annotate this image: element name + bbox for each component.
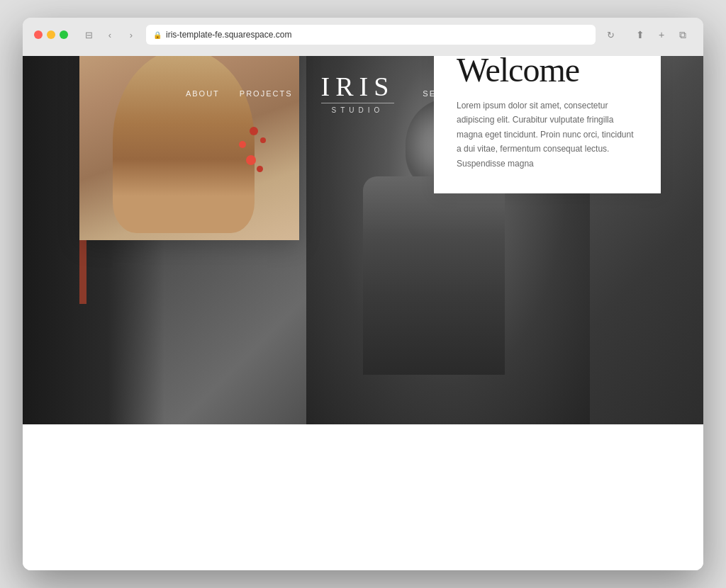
duplicate-button[interactable]: ⧉ xyxy=(674,27,692,43)
nav-contact[interactable]: CONTACT xyxy=(493,89,540,98)
window-toggle-button[interactable]: ⊟ xyxy=(79,27,98,43)
flower-5 xyxy=(257,166,263,172)
forward-button[interactable]: › xyxy=(122,27,140,43)
flower-4 xyxy=(246,155,256,165)
site-logo[interactable]: IRIS STUDIO xyxy=(321,73,395,114)
browser-chrome: ⊟ ‹ › 🔒 iris-template-fe.squarespace.com… xyxy=(23,18,703,56)
nav-projects[interactable]: PROJECTS xyxy=(240,89,293,98)
website-content: ABOUT PROJECTS IRIS STUDIO SERVICES CONT… xyxy=(23,56,703,570)
nav-services[interactable]: SERVICES xyxy=(423,89,473,98)
maximize-button[interactable] xyxy=(60,30,68,39)
nav-left: ABOUT PROJECTS xyxy=(186,89,293,98)
browser-controls: ⊟ ‹ › xyxy=(79,27,140,43)
traffic-lights xyxy=(34,30,68,39)
minimize-button[interactable] xyxy=(47,30,55,39)
logo-title: IRIS xyxy=(321,73,395,100)
browser-toolbar: ⊟ ‹ › 🔒 iris-template-fe.squarespace.com… xyxy=(34,25,692,45)
address-bar[interactable]: 🔒 iris-template-fe.squarespace.com xyxy=(146,25,596,45)
flower-3 xyxy=(260,137,266,143)
new-tab-button[interactable]: + xyxy=(652,27,671,43)
tab-bar xyxy=(34,50,692,56)
close-button[interactable] xyxy=(34,30,43,39)
share-button[interactable]: ⬆ xyxy=(631,27,649,43)
lock-icon: 🔒 xyxy=(153,31,162,39)
bottom-white-section xyxy=(23,429,703,570)
url-text: iris-template-fe.squarespace.com xyxy=(166,30,291,40)
back-button[interactable]: ‹ xyxy=(101,27,119,43)
refresh-button[interactable]: ↻ xyxy=(601,27,620,43)
nav-about[interactable]: ABOUT xyxy=(186,89,220,98)
browser-actions: ⬆ + ⧉ xyxy=(631,27,692,43)
floral-accent xyxy=(235,127,278,183)
nav-right: SERVICES CONTACT xyxy=(423,89,540,98)
browser-window: ⊟ ‹ › 🔒 iris-template-fe.squarespace.com… xyxy=(23,18,703,570)
site-navigation: ABOUT PROJECTS IRIS STUDIO SERVICES CONT… xyxy=(23,56,703,131)
logo-subtitle: STUDIO xyxy=(321,103,395,114)
flower-2 xyxy=(239,141,246,148)
